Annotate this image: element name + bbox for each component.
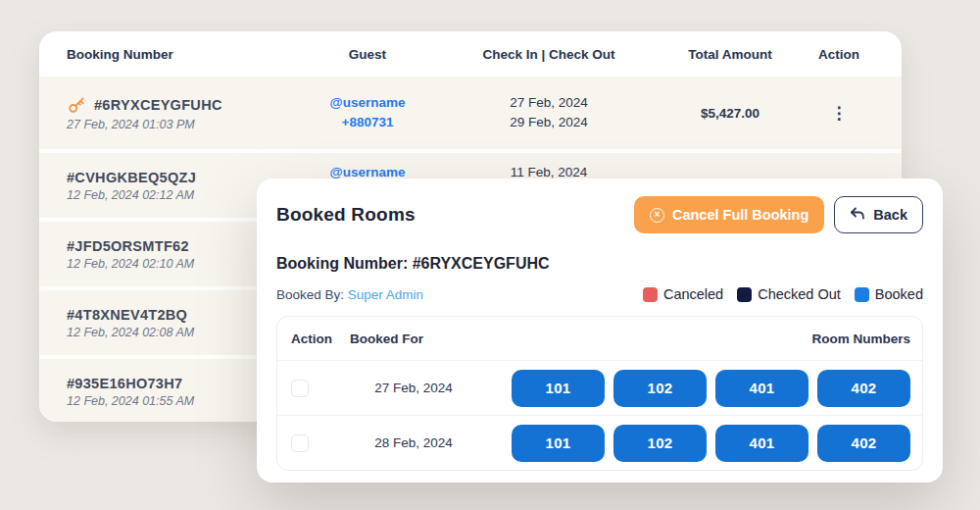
- modal-title: Booked Rooms: [276, 204, 416, 226]
- col-header-guest: Guest: [294, 47, 441, 62]
- back-button-label: Back: [873, 207, 907, 223]
- room-number-button[interactable]: 102: [613, 370, 707, 407]
- key-icon: [67, 95, 86, 115]
- col-header-total-amount: Total Amount: [657, 47, 804, 62]
- check-out-date: 29 Feb, 2024: [441, 113, 657, 132]
- booked-rooms-modal: Booked Rooms × Cancel Full Booking Back …: [257, 178, 943, 483]
- room-number-button[interactable]: 102: [613, 425, 707, 462]
- col-header-booking-number: Booking Number: [67, 47, 294, 62]
- legend-label: Canceled: [663, 286, 723, 302]
- status-legend: Canceled Checked Out Booked: [643, 286, 923, 302]
- booked-by-name[interactable]: Super Admin: [348, 287, 423, 302]
- room-number-button[interactable]: 402: [817, 425, 910, 462]
- room-number-button[interactable]: 101: [512, 425, 605, 462]
- cancel-full-booking-button[interactable]: × Cancel Full Booking: [634, 196, 824, 233]
- cancel-button-label: Cancel Full Booking: [672, 207, 808, 223]
- checked-out-swatch-icon: [737, 287, 752, 302]
- total-amount: $5,427.00: [657, 106, 804, 121]
- row-checkbox[interactable]: [291, 380, 309, 397]
- booking-timestamp: 27 Feb, 2024 01:03 PM: [67, 118, 294, 131]
- back-button[interactable]: Back: [834, 196, 923, 233]
- check-in-date: 27 Feb, 2024: [441, 93, 657, 113]
- modal-booking-number: Booking Number: #6RYXCEYGFUHC: [276, 255, 923, 273]
- cancel-circle-x-icon: ×: [650, 208, 664, 223]
- col-header-booked-for: Booked For: [350, 332, 477, 346]
- back-arrow-icon: [850, 207, 865, 223]
- col-header-room-numbers: Room Numbers: [477, 332, 910, 346]
- booking-number: #CVHGKBEQ5QZJ: [67, 170, 294, 185]
- canceled-swatch-icon: [643, 287, 658, 302]
- col-header-action: Action: [804, 47, 874, 62]
- booking-number: #6RYXCEYGFUHC: [94, 97, 222, 113]
- legend-label: Booked: [875, 286, 923, 302]
- guest-phone-link[interactable]: +880731: [294, 113, 441, 132]
- rooms-table-header: Action Booked For Room Numbers: [277, 317, 922, 360]
- rooms-table-row: 28 Feb, 2024 101 102 401 402: [277, 415, 922, 470]
- table-row: #6RYXCEYGFUHC 27 Feb, 2024 01:03 PM @use…: [39, 76, 902, 149]
- room-number-button[interactable]: 402: [817, 370, 910, 407]
- booked-for-date: 27 Feb, 2024: [350, 381, 477, 395]
- booked-swatch-icon: [855, 287, 869, 302]
- legend-item-booked: Booked: [855, 286, 923, 302]
- rooms-table-row: 27 Feb, 2024 101 102 401 402: [277, 360, 922, 415]
- room-number-button[interactable]: 101: [512, 370, 605, 407]
- guest-username-link[interactable]: @username: [294, 93, 441, 113]
- row-checkbox[interactable]: [291, 434, 309, 452]
- legend-item-canceled: Canceled: [643, 286, 723, 302]
- booked-for-date: 28 Feb, 2024: [350, 435, 477, 450]
- kebab-menu-icon[interactable]: ⋮: [804, 105, 874, 122]
- room-number-button[interactable]: 401: [715, 370, 808, 407]
- bookings-table-header: Booking Number Guest Check In | Check Ou…: [39, 31, 902, 76]
- col-header-check-in-out: Check In | Check Out: [441, 47, 657, 62]
- booked-by: Booked By: Super Admin: [276, 287, 423, 302]
- legend-label: Checked Out: [758, 286, 841, 302]
- booked-rooms-table: Action Booked For Room Numbers 27 Feb, 2…: [276, 316, 923, 471]
- col-header-action: Action: [291, 332, 350, 346]
- legend-item-checked-out: Checked Out: [737, 286, 841, 302]
- booked-by-label: Booked By:: [276, 287, 344, 302]
- room-number-button[interactable]: 401: [715, 425, 808, 462]
